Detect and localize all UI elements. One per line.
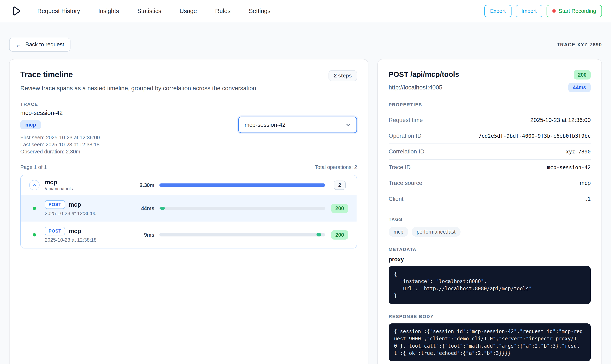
group-badge-col: 2	[330, 181, 349, 190]
nav-item-request-history[interactable]: Request History	[37, 8, 80, 14]
property-value: mcp-session-42	[547, 164, 591, 170]
nav-item-rules[interactable]: Rules	[215, 8, 231, 14]
pagination-row: Page 1 of 1 Total operations: 2	[20, 164, 357, 170]
property-row: Client ::1	[389, 191, 591, 207]
property-value: mcp	[580, 180, 591, 186]
nav-item-usage[interactable]: Usage	[179, 8, 197, 14]
group-bar-fill	[159, 183, 325, 187]
request-detail-card: POST /api/mcp/tools 200 http://localhost…	[377, 59, 602, 364]
tag-pill: performance:fast	[412, 227, 461, 237]
back-button-label: Back to request	[25, 41, 64, 48]
span-indicator	[29, 207, 40, 210]
span-labels: POST mcp 2025-10-23 at 12:36:00	[45, 200, 125, 216]
top-navigation: Request History Insights Statistics Usag…	[0, 0, 611, 22]
export-button[interactable]: Export	[484, 5, 512, 17]
trace-seen-lines: First seen: 2025-10-23 at 12:36:00 Last …	[20, 134, 357, 155]
group-labels: mcp /api/mcp/tools	[45, 179, 125, 192]
metadata-section-label: METADATA	[389, 247, 591, 252]
span-name: mcp	[69, 201, 81, 208]
nav-item-insights[interactable]: Insights	[98, 8, 119, 14]
start-recording-button[interactable]: Start Recording	[546, 5, 602, 17]
property-row: Request time 2025-10-23 at 12:36:00	[389, 112, 591, 128]
status-dot-icon	[33, 207, 36, 210]
detail-header: POST /api/mcp/tools 200	[389, 70, 591, 79]
properties-section-label: PROPERTIES	[389, 102, 591, 107]
latency-badge: 44ms	[568, 83, 591, 92]
chevron-up-icon	[31, 182, 37, 188]
detail-subheader: http://localhost:4005 44ms	[389, 83, 591, 92]
trace-source-pill: mcp	[20, 120, 41, 130]
span-bar-fill	[316, 233, 321, 236]
back-to-request-button[interactable]: ← Back to request	[9, 38, 70, 52]
span-timeline-bar	[159, 207, 325, 210]
trace-reference: TRACE XYZ-7890	[557, 42, 602, 48]
status-dot-icon	[33, 233, 36, 236]
timeline-header: Trace timeline 2 steps	[20, 70, 357, 81]
nav-item-settings[interactable]: Settings	[249, 8, 271, 14]
collapse-group-button[interactable]	[29, 180, 40, 190]
method-badge: POST	[45, 227, 65, 235]
status-badge: 200	[331, 230, 348, 240]
metadata-json-block: { "instance": "localhost:8080", "url": "…	[389, 266, 591, 304]
property-value: 7cd2e5df-9bdf-4000-9f3b-c6eb0fb3f9bc	[478, 133, 591, 139]
span-bar-fill	[160, 207, 165, 210]
group-count-badge: 2	[334, 181, 346, 190]
property-row: Trace source mcp	[389, 175, 591, 191]
response-status-badge: 200	[574, 70, 591, 79]
request-url: http://localhost:4005	[389, 84, 443, 91]
import-button[interactable]: Import	[516, 5, 543, 17]
property-row: Trace ID mcp-session-42	[389, 160, 591, 175]
start-recording-label: Start Recording	[558, 8, 596, 14]
trace-name: mcp-session-42	[20, 110, 357, 116]
timeline-title: Trace timeline	[20, 70, 73, 79]
first-seen-text: First seen: 2025-10-23 at 12:36:00	[20, 134, 357, 141]
property-label: Trace ID	[389, 164, 411, 171]
span-badge-col: 200	[330, 204, 349, 213]
property-value: xyz-7890	[566, 149, 591, 155]
recording-dot-icon	[552, 9, 556, 13]
session-select[interactable]: mcp-session-42	[238, 117, 357, 133]
span-duration: 44ms	[130, 205, 154, 211]
main-content: ← Back to request TRACE XYZ-7890 Trace t…	[0, 22, 611, 364]
property-label: Client	[389, 196, 404, 202]
total-operations: Total operations: 2	[315, 164, 357, 170]
properties-list: Request time 2025-10-23 at 12:36:00 Oper…	[389, 112, 591, 207]
app-logo[interactable]	[9, 5, 22, 17]
span-row[interactable]: POST mcp 2025-10-23 at 12:36:00 44ms 200	[21, 195, 357, 221]
group-name: mcp	[45, 179, 125, 186]
property-label: Request time	[389, 117, 423, 123]
nav-actions: Export Import Start Recording	[484, 5, 602, 17]
property-label: Trace source	[389, 180, 422, 186]
session-select-value: mcp-session-42	[244, 122, 285, 128]
trace-group-row[interactable]: mcp /api/mcp/tools 2.30m 2	[21, 175, 357, 195]
trace-meta-block: TRACE mcp-session-42 mcp First seen: 202…	[20, 102, 357, 155]
tag-pill: mcp	[389, 227, 408, 237]
last-seen-text: Last seen: 2025-10-23 at 12:38:18	[20, 141, 357, 148]
status-badge: 200	[331, 204, 348, 213]
trace-timeline-card: Trace timeline 2 steps Review trace span…	[9, 59, 368, 364]
span-badge-col: 200	[330, 230, 349, 240]
tags-list: mcp performance:fast	[389, 227, 591, 237]
property-row: Correlation ID xyz-7890	[389, 144, 591, 160]
page-info: Page 1 of 1	[20, 164, 47, 170]
span-time: 2025-10-23 at 12:36:00	[45, 210, 125, 216]
method-badge: POST	[45, 200, 65, 209]
span-row[interactable]: POST mcp 2025-10-23 at 12:38:18 9ms 200	[21, 221, 357, 248]
observed-duration-text: Observed duration: 2.30m	[20, 148, 357, 155]
chevron-down-icon	[345, 122, 352, 128]
nav-item-statistics[interactable]: Statistics	[137, 8, 161, 14]
span-duration: 9ms	[130, 232, 154, 238]
span-name: mcp	[69, 228, 81, 234]
span-time: 2025-10-23 at 12:38:18	[45, 237, 125, 243]
property-label: Operation ID	[389, 132, 421, 139]
property-row: Operation ID 7cd2e5df-9bdf-4000-9f3b-c6e…	[389, 128, 591, 144]
nav-links: Request History Insights Statistics Usag…	[37, 8, 271, 14]
span-timeline-bar	[159, 233, 325, 236]
play-logo-icon	[9, 5, 22, 17]
response-body-block: {"session":{"session_id":"mcp-session-42…	[389, 324, 591, 361]
content-grid: Trace timeline 2 steps Review trace span…	[9, 59, 602, 364]
property-value: 2025-10-23 at 12:36:00	[530, 117, 591, 123]
trace-section-label: TRACE	[20, 102, 357, 107]
group-indicator	[29, 180, 40, 190]
group-path: /api/mcp/tools	[45, 186, 125, 192]
